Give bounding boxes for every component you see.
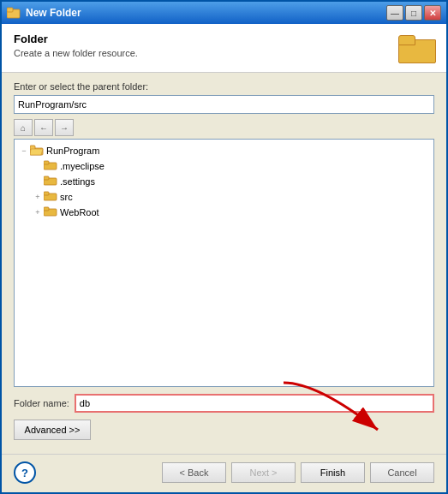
new-folder-dialog: New Folder — □ ✕ Folder Create a new fol… [0,0,448,494]
close-button[interactable]: ✕ [424,5,441,21]
dialog-header: Folder Create a new folder resource. [2,24,446,73]
tree-home-button[interactable]: ⌂ [14,119,33,136]
next-button[interactable]: Next > [231,462,296,483]
header-folder-icon [398,33,434,63]
tree-back-button[interactable]: ← [34,119,53,136]
navigation-buttons: < Back Next > Finish Cancel [162,462,434,483]
finish-button[interactable]: Finish [301,462,365,483]
folder-tree[interactable]: − RunProgram [14,139,434,387]
back-arrow-icon: ← [39,123,48,133]
folder-closed-icon [44,160,57,173]
svg-rect-8 [44,176,49,180]
expander-runprogram[interactable]: − [18,146,30,155]
form-area: Enter or select the parent folder: ⌂ ← → [2,73,446,454]
titlebar-folder-icon [7,6,21,20]
tree-item-myeclipse[interactable]: .myeclipse [16,158,432,174]
tree-item-webroot[interactable]: + WebRoot [16,205,432,220]
tree-item-label: src [60,192,73,202]
folder-name-input[interactable] [75,394,434,413]
home-icon: ⌂ [21,123,26,133]
cancel-button[interactable]: Cancel [370,462,434,483]
header-text-group: Folder Create a new folder resource. [14,33,138,58]
advanced-button[interactable]: Advanced >> [14,420,91,440]
header-description: Create a new folder resource. [14,48,138,58]
tree-toolbar: ⌂ ← → [14,119,434,136]
tree-item-runprogram[interactable]: − RunProgram [16,143,432,158]
tree-item-label: WebRoot [60,207,99,217]
help-button[interactable]: ? [14,461,36,484]
svg-marker-4 [30,149,43,155]
forward-arrow-icon: → [60,123,69,133]
form-area-wrapper: Enter or select the parent folder: ⌂ ← → [2,73,446,492]
minimize-button[interactable]: — [386,5,403,21]
folder-closed-icon [44,176,57,188]
folder-closed-icon [44,206,57,219]
tree-item-settings[interactable]: .settings [16,174,432,189]
parent-folder-label: Enter or select the parent folder: [14,81,434,92]
window-controls: — □ ✕ [386,5,441,21]
expander-myeclipse [32,162,44,170]
svg-rect-1 [7,8,13,12]
folder-open-icon [30,144,44,158]
header-title: Folder [14,33,138,45]
tree-item-label: .settings [60,176,95,187]
maximize-button[interactable]: □ [405,5,422,21]
expander-src[interactable]: + [32,193,44,201]
window-title: New Folder [26,7,381,19]
parent-folder-input[interactable] [14,95,434,114]
svg-rect-6 [44,161,49,164]
folder-name-row: Folder name: [14,394,434,413]
expander-settings [32,177,44,186]
expander-webroot[interactable]: + [32,208,44,217]
tree-forward-button[interactable]: → [55,119,74,136]
bottom-button-row: ? < Back Next > Finish Cancel [2,461,446,492]
tree-item-label: RunProgram [46,146,99,156]
svg-rect-12 [44,207,49,211]
svg-rect-10 [44,192,49,195]
bottom-divider [2,454,446,455]
tree-item-src[interactable]: + src [16,189,432,205]
folder-closed-icon [44,191,57,204]
tree-item-label: .myeclipse [60,161,105,171]
back-button[interactable]: < Back [162,462,226,483]
folder-name-label: Folder name: [14,398,69,408]
titlebar: New Folder — □ ✕ [2,2,446,24]
